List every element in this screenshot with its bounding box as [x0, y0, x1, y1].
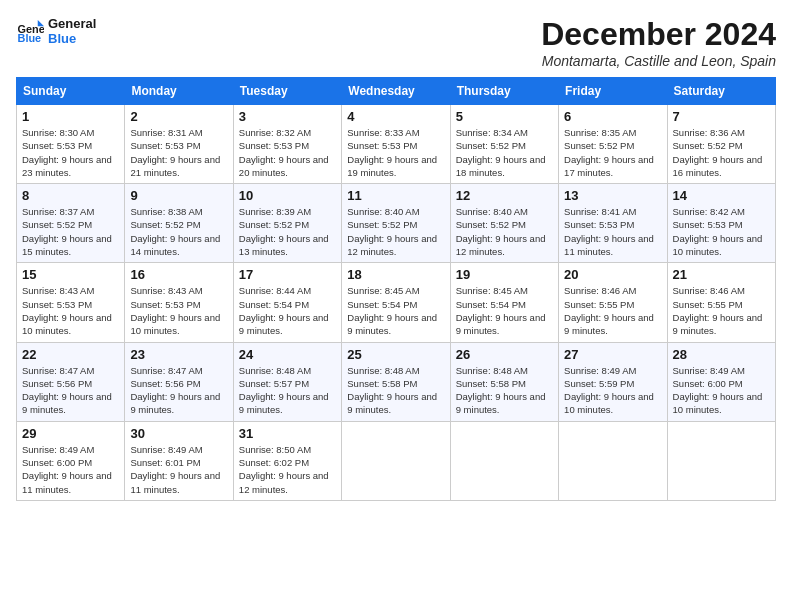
calendar-cell: 1Sunrise: 8:30 AMSunset: 5:53 PMDaylight…	[17, 105, 125, 184]
logo: General Blue General Blue	[16, 16, 96, 46]
day-info: Sunrise: 8:46 AMSunset: 5:55 PMDaylight:…	[564, 284, 661, 337]
calendar-cell: 7Sunrise: 8:36 AMSunset: 5:52 PMDaylight…	[667, 105, 775, 184]
calendar-week-2: 8Sunrise: 8:37 AMSunset: 5:52 PMDaylight…	[17, 184, 776, 263]
calendar-cell: 5Sunrise: 8:34 AMSunset: 5:52 PMDaylight…	[450, 105, 558, 184]
calendar-cell: 17Sunrise: 8:44 AMSunset: 5:54 PMDayligh…	[233, 263, 341, 342]
day-info: Sunrise: 8:33 AMSunset: 5:53 PMDaylight:…	[347, 126, 444, 179]
day-number: 18	[347, 267, 444, 282]
day-number: 15	[22, 267, 119, 282]
calendar-week-1: 1Sunrise: 8:30 AMSunset: 5:53 PMDaylight…	[17, 105, 776, 184]
calendar-cell: 26Sunrise: 8:48 AMSunset: 5:58 PMDayligh…	[450, 342, 558, 421]
day-number: 7	[673, 109, 770, 124]
day-header-tuesday: Tuesday	[233, 78, 341, 105]
day-number: 17	[239, 267, 336, 282]
calendar-cell: 12Sunrise: 8:40 AMSunset: 5:52 PMDayligh…	[450, 184, 558, 263]
day-header-saturday: Saturday	[667, 78, 775, 105]
calendar-cell: 14Sunrise: 8:42 AMSunset: 5:53 PMDayligh…	[667, 184, 775, 263]
day-info: Sunrise: 8:43 AMSunset: 5:53 PMDaylight:…	[22, 284, 119, 337]
day-info: Sunrise: 8:48 AMSunset: 5:57 PMDaylight:…	[239, 364, 336, 417]
day-info: Sunrise: 8:35 AMSunset: 5:52 PMDaylight:…	[564, 126, 661, 179]
day-info: Sunrise: 8:49 AMSunset: 5:59 PMDaylight:…	[564, 364, 661, 417]
calendar-cell: 27Sunrise: 8:49 AMSunset: 5:59 PMDayligh…	[559, 342, 667, 421]
day-header-friday: Friday	[559, 78, 667, 105]
day-number: 26	[456, 347, 553, 362]
day-number: 11	[347, 188, 444, 203]
day-number: 22	[22, 347, 119, 362]
calendar-cell: 19Sunrise: 8:45 AMSunset: 5:54 PMDayligh…	[450, 263, 558, 342]
calendar-body: 1Sunrise: 8:30 AMSunset: 5:53 PMDaylight…	[17, 105, 776, 501]
day-info: Sunrise: 8:48 AMSunset: 5:58 PMDaylight:…	[347, 364, 444, 417]
day-number: 19	[456, 267, 553, 282]
calendar-cell: 11Sunrise: 8:40 AMSunset: 5:52 PMDayligh…	[342, 184, 450, 263]
day-number: 27	[564, 347, 661, 362]
calendar-cell: 21Sunrise: 8:46 AMSunset: 5:55 PMDayligh…	[667, 263, 775, 342]
day-number: 31	[239, 426, 336, 441]
calendar-cell: 18Sunrise: 8:45 AMSunset: 5:54 PMDayligh…	[342, 263, 450, 342]
day-header-thursday: Thursday	[450, 78, 558, 105]
day-info: Sunrise: 8:30 AMSunset: 5:53 PMDaylight:…	[22, 126, 119, 179]
day-number: 6	[564, 109, 661, 124]
calendar-cell	[342, 421, 450, 500]
day-info: Sunrise: 8:42 AMSunset: 5:53 PMDaylight:…	[673, 205, 770, 258]
day-info: Sunrise: 8:44 AMSunset: 5:54 PMDaylight:…	[239, 284, 336, 337]
calendar-cell: 13Sunrise: 8:41 AMSunset: 5:53 PMDayligh…	[559, 184, 667, 263]
day-info: Sunrise: 8:45 AMSunset: 5:54 PMDaylight:…	[347, 284, 444, 337]
day-info: Sunrise: 8:40 AMSunset: 5:52 PMDaylight:…	[347, 205, 444, 258]
calendar-week-3: 15Sunrise: 8:43 AMSunset: 5:53 PMDayligh…	[17, 263, 776, 342]
logo-general: General	[48, 16, 96, 31]
day-number: 25	[347, 347, 444, 362]
calendar-cell	[667, 421, 775, 500]
calendar-cell: 2Sunrise: 8:31 AMSunset: 5:53 PMDaylight…	[125, 105, 233, 184]
calendar-cell: 4Sunrise: 8:33 AMSunset: 5:53 PMDaylight…	[342, 105, 450, 184]
title-area: December 2024 Montamarta, Castille and L…	[541, 16, 776, 69]
day-header-sunday: Sunday	[17, 78, 125, 105]
day-number: 29	[22, 426, 119, 441]
calendar-cell: 28Sunrise: 8:49 AMSunset: 6:00 PMDayligh…	[667, 342, 775, 421]
day-header-monday: Monday	[125, 78, 233, 105]
day-number: 8	[22, 188, 119, 203]
calendar-cell: 23Sunrise: 8:47 AMSunset: 5:56 PMDayligh…	[125, 342, 233, 421]
day-info: Sunrise: 8:50 AMSunset: 6:02 PMDaylight:…	[239, 443, 336, 496]
day-number: 23	[130, 347, 227, 362]
header: General Blue General Blue December 2024 …	[16, 16, 776, 69]
day-info: Sunrise: 8:48 AMSunset: 5:58 PMDaylight:…	[456, 364, 553, 417]
calendar-cell: 8Sunrise: 8:37 AMSunset: 5:52 PMDaylight…	[17, 184, 125, 263]
calendar-cell: 24Sunrise: 8:48 AMSunset: 5:57 PMDayligh…	[233, 342, 341, 421]
calendar-cell: 9Sunrise: 8:38 AMSunset: 5:52 PMDaylight…	[125, 184, 233, 263]
calendar-cell: 31Sunrise: 8:50 AMSunset: 6:02 PMDayligh…	[233, 421, 341, 500]
day-number: 21	[673, 267, 770, 282]
month-title: December 2024	[541, 16, 776, 53]
day-number: 24	[239, 347, 336, 362]
day-number: 4	[347, 109, 444, 124]
day-number: 28	[673, 347, 770, 362]
day-info: Sunrise: 8:31 AMSunset: 5:53 PMDaylight:…	[130, 126, 227, 179]
day-info: Sunrise: 8:47 AMSunset: 5:56 PMDaylight:…	[22, 364, 119, 417]
calendar-table: SundayMondayTuesdayWednesdayThursdayFrid…	[16, 77, 776, 501]
svg-text:Blue: Blue	[18, 32, 42, 44]
calendar-cell: 29Sunrise: 8:49 AMSunset: 6:00 PMDayligh…	[17, 421, 125, 500]
day-number: 13	[564, 188, 661, 203]
calendar-cell: 30Sunrise: 8:49 AMSunset: 6:01 PMDayligh…	[125, 421, 233, 500]
day-number: 1	[22, 109, 119, 124]
day-number: 14	[673, 188, 770, 203]
calendar-cell: 22Sunrise: 8:47 AMSunset: 5:56 PMDayligh…	[17, 342, 125, 421]
calendar-cell	[559, 421, 667, 500]
calendar-header-row: SundayMondayTuesdayWednesdayThursdayFrid…	[17, 78, 776, 105]
day-number: 20	[564, 267, 661, 282]
day-info: Sunrise: 8:40 AMSunset: 5:52 PMDaylight:…	[456, 205, 553, 258]
day-number: 3	[239, 109, 336, 124]
day-header-wednesday: Wednesday	[342, 78, 450, 105]
logo-blue: Blue	[48, 31, 96, 46]
day-info: Sunrise: 8:34 AMSunset: 5:52 PMDaylight:…	[456, 126, 553, 179]
calendar-cell: 10Sunrise: 8:39 AMSunset: 5:52 PMDayligh…	[233, 184, 341, 263]
day-number: 12	[456, 188, 553, 203]
calendar-cell: 16Sunrise: 8:43 AMSunset: 5:53 PMDayligh…	[125, 263, 233, 342]
day-info: Sunrise: 8:46 AMSunset: 5:55 PMDaylight:…	[673, 284, 770, 337]
calendar-cell: 3Sunrise: 8:32 AMSunset: 5:53 PMDaylight…	[233, 105, 341, 184]
day-info: Sunrise: 8:49 AMSunset: 6:01 PMDaylight:…	[130, 443, 227, 496]
day-number: 9	[130, 188, 227, 203]
calendar-cell: 6Sunrise: 8:35 AMSunset: 5:52 PMDaylight…	[559, 105, 667, 184]
day-info: Sunrise: 8:41 AMSunset: 5:53 PMDaylight:…	[564, 205, 661, 258]
calendar-week-5: 29Sunrise: 8:49 AMSunset: 6:00 PMDayligh…	[17, 421, 776, 500]
calendar-cell	[450, 421, 558, 500]
